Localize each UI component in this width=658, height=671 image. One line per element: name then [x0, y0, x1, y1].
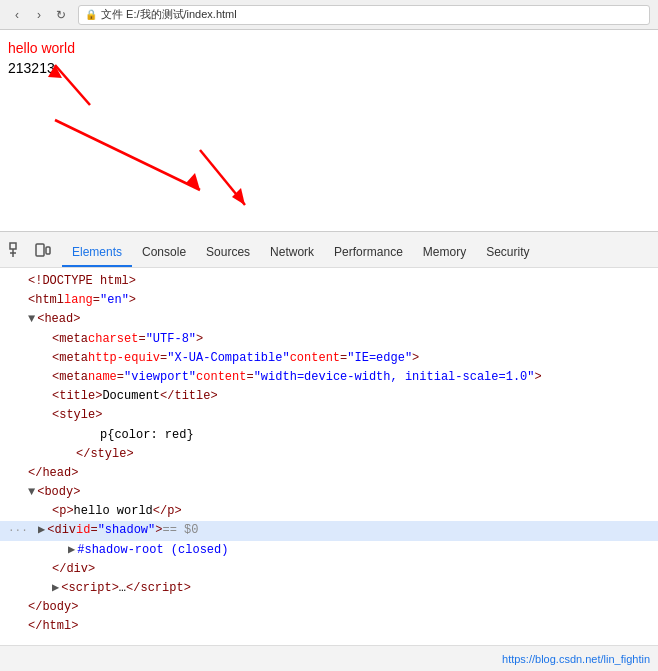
tab-console[interactable]: Console [132, 239, 196, 267]
inspect-icon[interactable] [6, 239, 28, 261]
devtools-code-area: <!DOCTYPE html> <html lang="en"> ▼ <head… [0, 268, 658, 645]
lock-icon: 🔒 [85, 9, 97, 20]
code-line-title: <title>Document</title> [0, 387, 658, 406]
code-line-meta-viewport: <meta name="viewport" content="width=dev… [0, 368, 658, 387]
refresh-button[interactable]: ↻ [52, 6, 70, 24]
address-bar[interactable]: 🔒 文件 E:/我的测试/index.html [78, 5, 650, 25]
back-button[interactable]: ‹ [8, 6, 26, 24]
bottom-link[interactable]: https://blog.csdn.net/lin_fightin [502, 653, 650, 665]
svg-line-4 [200, 150, 245, 205]
svg-marker-5 [232, 188, 245, 205]
code-line-body-close: </body> [0, 598, 658, 617]
number-text: 213213 [8, 60, 650, 76]
devtools-bottom-bar: https://blog.csdn.net/lin_fightin [0, 645, 658, 671]
code-line-body-open[interactable]: ▼ <body> [0, 483, 658, 502]
code-line-p: <p>hello world</p> [0, 502, 658, 521]
forward-button[interactable]: › [30, 6, 48, 24]
devtools-icon-group [6, 239, 54, 261]
svg-rect-6 [10, 243, 16, 249]
line-gutter: ··· [8, 522, 28, 540]
code-line-div-close: </div> [0, 560, 658, 579]
tab-sources[interactable]: Sources [196, 239, 260, 267]
arrows-overlay [0, 30, 658, 210]
tab-elements[interactable]: Elements [62, 239, 132, 267]
svg-marker-3 [186, 173, 200, 190]
tab-performance[interactable]: Performance [324, 239, 413, 267]
code-line-shadow-root[interactable]: ▶ #shadow-root (closed) [0, 541, 658, 560]
browser-bar: ‹ › ↻ 🔒 文件 E:/我的测试/index.html [0, 0, 658, 30]
triangle-icon[interactable]: ▼ [28, 483, 35, 502]
svg-rect-10 [46, 247, 50, 254]
tab-memory[interactable]: Memory [413, 239, 476, 267]
svg-rect-9 [36, 244, 44, 256]
triangle-icon[interactable]: ▶ [38, 521, 45, 540]
code-line-style-content: p{color: red} [0, 426, 658, 445]
code-line-head-open[interactable]: ▼ <head> [0, 310, 658, 329]
code-line-style-open: <style> [0, 406, 658, 425]
code-line-html-close: </html> [0, 617, 658, 636]
code-line-doctype: <!DOCTYPE html> [0, 272, 658, 291]
code-line-div-shadow[interactable]: ··· ▶ <div id="shadow"> == $0 [0, 521, 658, 540]
nav-buttons: ‹ › ↻ [8, 6, 70, 24]
devtools-toolbar: Elements Console Sources Network Perform… [0, 232, 658, 268]
code-line-html: <html lang="en"> [0, 291, 658, 310]
triangle-icon[interactable]: ▶ [52, 579, 59, 598]
svg-line-2 [55, 120, 200, 190]
triangle-icon[interactable]: ▼ [28, 310, 35, 329]
address-text: 文件 E:/我的测试/index.html [101, 7, 237, 22]
triangle-icon[interactable]: ▶ [68, 541, 75, 560]
page-content: hello world 213213 [0, 30, 658, 210]
devtools-panel: Elements Console Sources Network Perform… [0, 231, 658, 671]
device-icon[interactable] [32, 239, 54, 261]
hello-world-text: hello world [8, 40, 650, 56]
code-line-head-close: </head> [0, 464, 658, 483]
devtools-tabs: Elements Console Sources Network Perform… [62, 232, 540, 267]
code-line-script[interactable]: ▶ <script>…</script> [0, 579, 658, 598]
code-line-style-close: </style> [0, 445, 658, 464]
code-line-meta-charset: <meta charset="UTF-8"> [0, 330, 658, 349]
tab-security[interactable]: Security [476, 239, 539, 267]
tab-network[interactable]: Network [260, 239, 324, 267]
code-line-meta-compat: <meta http-equiv="X-UA-Compatible" conte… [0, 349, 658, 368]
